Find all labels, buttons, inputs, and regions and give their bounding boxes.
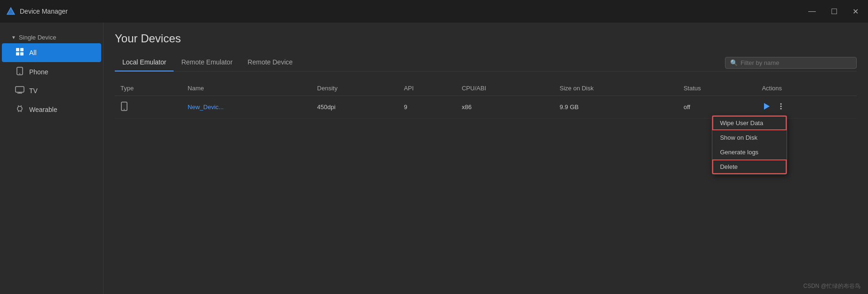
tab-remote-emulator[interactable]: Remote Emulator (174, 55, 240, 72)
tv-icon (15, 86, 24, 95)
svg-rect-5 (20, 52, 24, 56)
svg-point-7 (19, 73, 20, 74)
svg-point-11 (17, 106, 22, 111)
sidebar-item-phone[interactable]: Phone (2, 63, 101, 81)
title-bar: Device Manager — ☐ ✕ (0, 0, 868, 23)
filter-input-wrap: 🔍 (725, 57, 857, 69)
right-panel: Your Devices Local Emulator Remote Emula… (104, 23, 868, 294)
context-menu: Wipe User Data Show on Disk Generate log… (712, 115, 787, 175)
tab-local-emulator[interactable]: Local Emulator (115, 55, 174, 72)
phone-icon (15, 67, 24, 77)
menu-item-show-on-disk[interactable]: Show on Disk (712, 130, 787, 145)
row-api: 9 (398, 96, 456, 119)
col-actions: Actions (756, 81, 857, 96)
sidebar-item-wearable[interactable]: Wearable (2, 100, 101, 119)
svg-rect-4 (16, 52, 19, 56)
sidebar-section-label: Single Device (19, 34, 56, 41)
sidebar-wearable-label: Wearable (29, 106, 57, 113)
svg-rect-8 (16, 87, 24, 92)
more-actions-button[interactable] (775, 102, 787, 112)
sidebar-tv-label: TV (29, 87, 38, 95)
all-grid-icon (15, 48, 24, 58)
device-name-link[interactable]: New_Devic... (188, 103, 224, 111)
title-bar-left: Device Manager (6, 6, 68, 16)
search-icon: 🔍 (730, 59, 738, 66)
col-status: Status (678, 81, 757, 96)
row-cpu-abi: x86 (456, 96, 554, 119)
actions-cell: Wipe User Data Show on Disk Generate log… (762, 102, 851, 112)
close-button[interactable]: ✕ (849, 5, 862, 18)
row-density: 450dpi (311, 96, 398, 119)
watermark: CSDN @忙绿的布谷鸟 (803, 282, 860, 290)
maximize-button[interactable]: ☐ (827, 5, 841, 18)
svg-point-20 (780, 105, 782, 107)
context-menu-wrap: Wipe User Data Show on Disk Generate log… (775, 102, 787, 112)
row-type-icon (115, 96, 182, 119)
svg-rect-3 (20, 48, 24, 51)
row-size: 9.9 GB (554, 96, 678, 119)
play-button[interactable] (762, 103, 772, 112)
sidebar-all-label: All (29, 49, 37, 56)
tabs-row: Local Emulator Remote Emulator Remote De… (115, 55, 857, 72)
col-name: Name (182, 81, 311, 96)
sidebar-phone-label: Phone (29, 68, 48, 76)
col-cpu-abi: CPU/ABI (456, 81, 554, 96)
sidebar-section-single-device: ▼ Single Device (0, 32, 103, 43)
title-bar-controls: — ☐ ✕ (804, 5, 862, 18)
row-name: New_Devic... (182, 96, 311, 119)
svg-point-19 (780, 103, 782, 104)
svg-point-21 (780, 108, 782, 109)
col-type: Type (115, 81, 182, 96)
app-logo (6, 6, 16, 16)
col-api: API (398, 81, 456, 96)
svg-point-17 (124, 109, 125, 110)
wearable-icon (15, 104, 24, 115)
sidebar-item-all[interactable]: All (2, 43, 101, 62)
menu-item-wipe-user-data[interactable]: Wipe User Data (712, 116, 787, 130)
menu-item-generate-logs[interactable]: Generate logs (712, 145, 787, 159)
sidebar-item-tv[interactable]: TV (2, 82, 101, 100)
filter-input[interactable] (741, 59, 852, 66)
svg-marker-18 (764, 103, 770, 110)
svg-rect-2 (16, 48, 19, 51)
sidebar-arrow-icon: ▼ (11, 35, 16, 40)
row-actions: Wipe User Data Show on Disk Generate log… (756, 96, 857, 119)
minimize-button[interactable]: — (804, 5, 820, 17)
app-title: Device Manager (20, 8, 68, 15)
col-size: Size on Disk (554, 81, 678, 96)
menu-item-delete[interactable]: Delete (712, 159, 787, 174)
tab-remote-device[interactable]: Remote Device (240, 55, 300, 72)
device-table: Type Name Density API CPU/ABI Size on Di… (115, 81, 857, 119)
device-type-phone-icon (120, 102, 128, 111)
main-content: ▼ Single Device All Phone (0, 23, 868, 294)
table-row: New_Devic... 450dpi 9 x86 9.9 GB off (115, 96, 857, 119)
page-title: Your Devices (115, 32, 857, 45)
col-density: Density (311, 81, 398, 96)
sidebar: ▼ Single Device All Phone (0, 23, 104, 294)
